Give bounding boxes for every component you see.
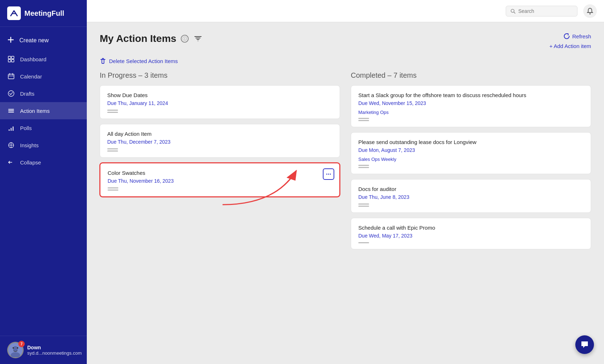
svg-rect-6 <box>8 74 14 79</box>
card-line <box>358 165 369 166</box>
notification-badge: 7 <box>18 341 25 347</box>
delete-label: Delete Selected Action Items <box>109 58 178 64</box>
sidebar-item-insights[interactable]: Insights <box>0 136 87 154</box>
action-items-label: Action Items <box>20 108 50 114</box>
sidebar-item-calendar[interactable]: Calendar <box>0 68 87 85</box>
card-line <box>107 112 118 113</box>
chat-icon <box>580 340 589 349</box>
svg-point-35 <box>330 174 331 175</box>
trash-icon <box>100 58 106 64</box>
user-text-block: Down syd.d...noonmeetings.com <box>27 345 82 356</box>
refresh-icon <box>563 33 570 39</box>
card-line <box>108 190 118 191</box>
card-line <box>107 148 118 149</box>
search-input[interactable] <box>518 8 573 14</box>
logo-icon <box>7 6 21 20</box>
card-title: Schedule a call with Epic Promo <box>358 225 584 231</box>
svg-line-26 <box>514 12 515 13</box>
completed-column: Completed – 7 items Start a Slack group … <box>351 71 591 254</box>
page-title-wrap: My Action Items ⓘ <box>100 33 203 44</box>
svg-rect-16 <box>13 126 14 131</box>
content-area: My Action Items ⓘ R <box>87 22 604 364</box>
polls-icon <box>7 124 15 132</box>
chat-fab-button[interactable] <box>575 335 594 354</box>
card-date: Due Wed, May 17, 2023 <box>358 233 584 239</box>
delete-bar[interactable]: Delete Selected Action Items <box>100 58 591 64</box>
card-tag: Sales Ops Weekly <box>358 157 584 162</box>
app-name: MeetingFull <box>24 9 64 18</box>
svg-point-23 <box>13 347 14 349</box>
app-logo[interactable]: MeetingFull <box>0 0 87 27</box>
sidebar: MeetingFull Create new Dashboard <box>0 0 87 364</box>
columns-wrapper: In Progress – 3 items Show Due Dates Due… <box>100 71 591 254</box>
card-lines <box>358 242 584 243</box>
info-icon[interactable]: ⓘ <box>181 35 189 43</box>
action-items-icon <box>7 107 15 115</box>
svg-rect-14 <box>9 129 10 131</box>
completed-card: Please send outstanding lease docs for L… <box>351 132 591 174</box>
svg-point-21 <box>13 346 18 351</box>
card-tag: Marketing Ops <box>358 110 584 115</box>
card-line <box>358 120 369 121</box>
sidebar-item-drafts[interactable]: Drafts <box>0 85 87 102</box>
card-date: Due Wed, November 15, 2023 <box>358 100 584 106</box>
card-date: Due Thu, December 7, 2023 <box>107 139 332 145</box>
create-new-button[interactable]: Create new <box>0 30 87 51</box>
filter-icon[interactable] <box>193 34 203 44</box>
card-line <box>358 242 369 243</box>
drafts-label: Drafts <box>20 91 34 97</box>
add-action-button[interactable]: + Add Action item <box>549 43 591 49</box>
header-actions: Refresh + Add Action item <box>549 33 591 49</box>
notification-bell-button[interactable] <box>583 4 597 18</box>
action-card: All day Action Item Due Thu, December 7,… <box>100 124 340 158</box>
svg-point-28 <box>590 13 591 14</box>
collapse-icon <box>7 158 15 166</box>
dashboard-label: Dashboard <box>20 56 46 62</box>
calendar-icon <box>7 72 15 80</box>
card-date: Due Mon, August 7, 2023 <box>358 147 584 153</box>
user-email: syd.d...noonmeetings.com <box>27 350 82 356</box>
main-area: My Action Items ⓘ R <box>87 0 604 364</box>
svg-rect-5 <box>11 59 14 62</box>
columns: In Progress – 3 items Show Due Dates Due… <box>100 71 591 254</box>
create-new-label: Create new <box>19 37 49 44</box>
svg-rect-2 <box>8 56 11 59</box>
card-title: Color Swatches <box>108 170 332 176</box>
search-box[interactable] <box>506 6 577 16</box>
card-lines <box>107 148 332 152</box>
card-line <box>107 110 118 111</box>
card-title: Start a Slack group for the offshore tea… <box>358 92 584 98</box>
card-lines <box>108 187 332 191</box>
sidebar-item-dashboard[interactable]: Dashboard <box>0 51 87 68</box>
card-lines <box>358 203 584 207</box>
svg-point-10 <box>8 91 14 96</box>
svg-rect-4 <box>8 59 11 62</box>
card-title: Show Due Dates <box>107 92 332 98</box>
card-lines <box>107 110 332 113</box>
drafts-icon <box>7 90 15 97</box>
refresh-button[interactable]: Refresh <box>563 33 591 39</box>
avatar-wrap: 7 <box>7 342 24 358</box>
sidebar-item-action-items[interactable]: Action Items <box>0 102 87 119</box>
completed-card: Schedule a call with Epic Promo Due Wed,… <box>351 218 591 249</box>
insights-label: Insights <box>20 142 39 148</box>
card-menu-button[interactable] <box>323 168 334 180</box>
refresh-label: Refresh <box>572 33 591 39</box>
completed-card: Docs for auditor Due Thu, June 8, 2023 <box>351 179 591 213</box>
sidebar-item-collapse[interactable]: Collapse <box>0 154 87 171</box>
add-action-label: + Add Action item <box>549 43 591 49</box>
svg-point-24 <box>17 347 18 349</box>
bell-icon <box>586 8 594 15</box>
page-title: My Action Items <box>100 33 176 44</box>
calendar-label: Calendar <box>20 73 42 80</box>
card-title: Docs for auditor <box>358 186 584 192</box>
search-icon <box>510 8 515 14</box>
page-header: My Action Items ⓘ R <box>100 33 591 49</box>
card-line <box>107 150 118 152</box>
dots-icon <box>326 171 331 177</box>
collapse-label: Collapse <box>20 159 41 166</box>
topbar <box>87 0 604 22</box>
completed-card: Start a Slack group for the offshore tea… <box>351 85 591 127</box>
action-card: Show Due Dates Due Thu, January 11, 2024 <box>100 85 340 119</box>
sidebar-item-polls[interactable]: Polls <box>0 119 87 136</box>
